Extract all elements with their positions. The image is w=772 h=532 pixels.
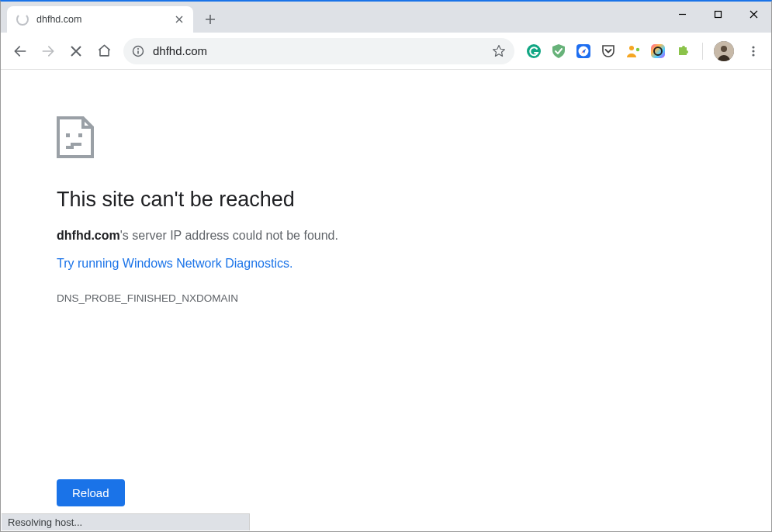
svg-point-13 bbox=[752, 50, 754, 52]
reload-button[interactable]: Reload bbox=[57, 479, 125, 506]
star-icon bbox=[492, 44, 506, 58]
info-icon bbox=[132, 45, 144, 57]
error-code: DNS_PROBE_FINISHED_NXDOMAIN bbox=[57, 292, 771, 304]
active-tab[interactable]: dhfhd.com bbox=[7, 6, 193, 33]
tab-close-button[interactable] bbox=[173, 13, 185, 26]
window-controls bbox=[664, 2, 771, 26]
window-maximize-button[interactable] bbox=[700, 2, 736, 26]
close-icon bbox=[749, 10, 758, 19]
svg-point-11 bbox=[721, 46, 727, 52]
kebab-icon bbox=[747, 45, 760, 57]
svg-point-2 bbox=[137, 48, 139, 50]
svg-point-6 bbox=[629, 46, 634, 50]
svg-point-14 bbox=[752, 54, 754, 56]
diagnostics-period: . bbox=[289, 257, 293, 270]
home-button[interactable] bbox=[91, 38, 117, 64]
window-minimize-button[interactable] bbox=[664, 2, 700, 26]
status-bar: Resolving host... bbox=[2, 513, 250, 530]
diagnostics-link[interactable]: Try running Windows Network Diagnostics bbox=[57, 257, 289, 271]
chrome-menu-button[interactable] bbox=[742, 40, 765, 63]
svg-rect-8 bbox=[651, 44, 665, 58]
pocket-extension-icon[interactable] bbox=[600, 43, 617, 60]
profile-avatar-button[interactable] bbox=[714, 41, 734, 61]
error-message-suffix: 's server IP address could not be found. bbox=[120, 229, 338, 242]
url-input[interactable] bbox=[153, 44, 491, 57]
error-domain: dhfhd.com bbox=[57, 229, 120, 242]
svg-rect-15 bbox=[66, 133, 70, 137]
tab-title: dhfhd.com bbox=[36, 14, 173, 25]
avatar-icon bbox=[714, 41, 734, 61]
adguard-extension-icon[interactable] bbox=[550, 43, 567, 60]
svg-point-12 bbox=[752, 46, 754, 48]
tab-strip: dhfhd.com bbox=[1, 2, 771, 33]
user-extension-icon[interactable] bbox=[625, 43, 642, 60]
new-tab-button[interactable] bbox=[199, 9, 221, 30]
arrow-right-icon bbox=[40, 43, 56, 59]
separator bbox=[702, 43, 703, 60]
grammarly-extension-icon[interactable] bbox=[525, 43, 542, 60]
colorpicker-extension-icon[interactable] bbox=[649, 43, 666, 60]
puzzle-extension-icon[interactable] bbox=[674, 43, 691, 60]
extensions-row bbox=[525, 40, 765, 63]
arrow-left-icon bbox=[12, 43, 28, 59]
sad-page-icon bbox=[57, 116, 771, 158]
window-close-button[interactable] bbox=[736, 2, 771, 26]
page-content: This site can't be reached dhfhd.com's s… bbox=[1, 70, 771, 531]
minimize-icon bbox=[678, 10, 687, 19]
site-info-button[interactable] bbox=[131, 44, 145, 58]
close-icon bbox=[70, 45, 82, 57]
plus-icon bbox=[205, 14, 216, 25]
browser-window: dhfhd.com bbox=[0, 0, 772, 532]
address-bar[interactable] bbox=[123, 38, 514, 64]
error-title: This site can't be reached bbox=[57, 188, 771, 212]
bookmark-button[interactable] bbox=[491, 43, 507, 59]
stop-button[interactable] bbox=[63, 38, 89, 64]
error-message: dhfhd.com's server IP address could not … bbox=[57, 229, 771, 243]
toolbar bbox=[1, 33, 771, 70]
safari-extension-icon[interactable] bbox=[575, 43, 592, 60]
forward-button bbox=[35, 38, 61, 64]
close-icon bbox=[175, 16, 183, 23]
loading-spinner-icon bbox=[16, 13, 29, 26]
svg-rect-16 bbox=[78, 133, 82, 137]
svg-rect-0 bbox=[715, 11, 721, 17]
back-button[interactable] bbox=[7, 38, 33, 64]
home-icon bbox=[97, 43, 112, 58]
diagnostics-link-text: Try running Windows Network Diagnostics bbox=[57, 257, 289, 270]
maximize-icon bbox=[714, 10, 722, 19]
